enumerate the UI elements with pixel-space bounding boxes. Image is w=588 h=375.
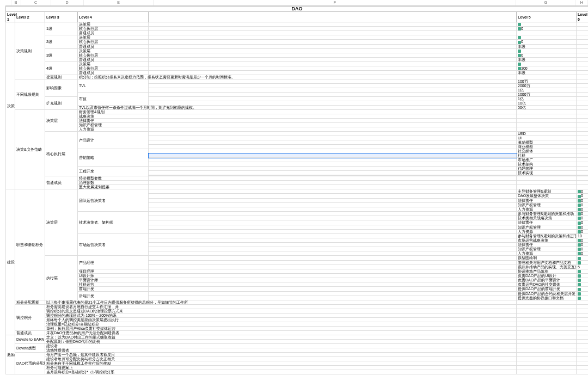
col-G[interactable]: G <box>516 0 575 5</box>
cell[interactable]: 决策层 <box>78 22 149 27</box>
l3-lv2[interactable]: 2级 <box>45 35 78 48</box>
hdr-l6[interactable]: Level 6 <box>577 12 589 22</box>
cell[interactable]: 核心执行层 <box>78 27 149 31</box>
col-E[interactable]: E <box>84 0 154 5</box>
hdr-l5[interactable]: Level 5 <box>517 12 577 22</box>
badge-icon <box>518 36 521 39</box>
l3-lv1[interactable]: 1级 <box>45 22 78 35</box>
l2-jueceyewu[interactable]: 决策&义务范畴 <box>15 110 45 189</box>
badge-icon <box>578 292 581 296</box>
l1-jili[interactable]: 激励 <box>6 335 15 374</box>
l2-jueceguize[interactable]: 决策规则 <box>15 22 45 79</box>
l3-bianguize[interactable]: 变更规则 <box>45 75 78 79</box>
title-row: DAO <box>6 7 589 12</box>
hdr-l2[interactable]: Level 2 <box>15 12 45 22</box>
col-B[interactable]: B <box>11 0 21 5</box>
l2-zhize[interactable]: 职责和基础积分 <box>15 189 45 300</box>
badge-icon <box>578 279 581 282</box>
badge-icon <box>578 283 581 286</box>
col-corner[interactable] <box>5 0 11 5</box>
selected-cell[interactable] <box>149 153 517 158</box>
col-H[interactable]: H <box>575 0 588 5</box>
l3-kuoguize[interactable]: 扩充规则 <box>45 97 78 110</box>
l2-jifenzhou[interactable]: 积分分配周期 <box>15 300 45 304</box>
badge-icon <box>578 270 581 273</box>
hdr-l4[interactable]: Level 4 <box>78 12 149 22</box>
sheet-table[interactable]: DAO Level 1 Level 2 Level 3 Level 4 Leve… <box>5 6 588 374</box>
hdr-l3[interactable]: Level 3 <box>45 12 78 22</box>
col-F[interactable]: F <box>154 0 516 5</box>
hdr-blank[interactable] <box>149 12 517 22</box>
badge-icon <box>518 63 521 66</box>
l2-devota[interactable]: Devota类型 <box>15 343 45 352</box>
l1-juece[interactable]: 决策 <box>6 22 15 189</box>
badge-icon <box>578 288 581 291</box>
badge-icon <box>578 297 581 300</box>
badge-icon <box>518 23 521 26</box>
l3-lv4[interactable]: 4级 <box>45 62 78 75</box>
header-row: Level 1 Level 2 Level 3 Level 4 Level 5 … <box>6 12 589 22</box>
l2-devote[interactable]: Devote to EARN <box>15 335 45 343</box>
badge-icon <box>518 50 521 53</box>
col-D[interactable]: D <box>51 0 84 5</box>
l2-tiaokong[interactable]: 调控积分 <box>15 304 45 330</box>
badge-icon <box>578 261 581 265</box>
l3-lv3[interactable]: 3级 <box>45 48 78 62</box>
col-C[interactable]: C <box>21 0 51 5</box>
title-cell: DAO <box>6 7 589 12</box>
l2-daobi[interactable]: DAO代币的分配规则 <box>15 352 45 374</box>
badge-icon <box>578 257 581 260</box>
l3-yingxiang[interactable]: 影响因素 <box>45 79 78 97</box>
l2-putong[interactable]: 普通成员 <box>15 330 45 335</box>
cell[interactable]: 普通成员 <box>78 31 149 35</box>
badge-icon <box>578 274 581 278</box>
column-header-row: B C D E F G H <box>5 0 588 6</box>
spreadsheet: B C D E F G H DAO Level 1 Level 2 Level … <box>0 0 588 375</box>
l2-butong[interactable]: 不同规级规则 <box>15 79 45 110</box>
l1-jianshe[interactable]: 建设者 <box>6 189 15 335</box>
hdr-l1[interactable]: Level 1 <box>6 12 15 22</box>
